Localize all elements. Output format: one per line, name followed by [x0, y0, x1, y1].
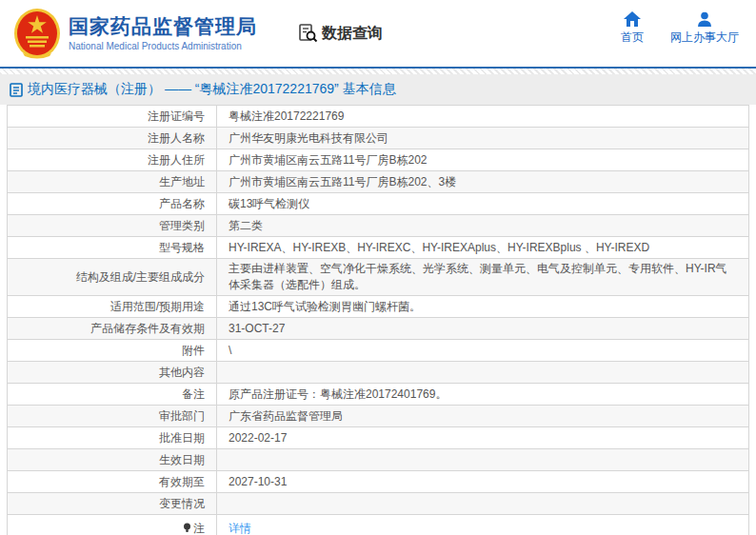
row-value: 原产品注册证号：粤械注准20172401769。 [217, 384, 749, 406]
table-row: 生产地址广州市黄埔区南云五路11号厂房B栋202、3楼 [8, 171, 749, 193]
row-value: 主要由进样装置、空气净化干燥系统、光学系统、测量单元、电气及控制单元、专用软件、… [217, 259, 749, 296]
row-label-text: 审批部门 [159, 409, 205, 423]
title-block: 国家药品监督管理局 National Medical Products Admi… [69, 15, 257, 50]
row-label: 审批部门 [8, 406, 217, 427]
row-label: 适用范围/预期用途 [8, 296, 217, 318]
row-label: 备注 [8, 384, 217, 406]
row-value: 广州华友明康光电科技有限公司 [217, 128, 749, 149]
row-value: 广东省药品监督管理局 [217, 406, 749, 427]
row-value: 详情 [217, 515, 749, 535]
site-subtitle: National Medical Products Administration [69, 41, 257, 51]
row-label-text: 有效期至 [159, 475, 205, 488]
detail-link[interactable]: 详情 [229, 522, 251, 535]
row-label-text: 产品名称 [159, 197, 205, 210]
row-label: 结构及组成/主要组成成分 [8, 259, 217, 296]
row-value: 碳13呼气检测仪 [217, 193, 749, 215]
user-icon [696, 11, 713, 27]
row-label: 型号规格 [8, 237, 217, 259]
row-label-text: 注册人住所 [148, 153, 205, 167]
site-title: 国家药品监督管理局 [69, 15, 257, 38]
national-emblem-icon [13, 8, 61, 59]
row-value: 通过13C呼气试验检测胃幽门螺杆菌。 [217, 296, 749, 318]
row-label: 生产地址 [8, 171, 217, 193]
data-query-icon [297, 23, 318, 44]
row-value: 2027-10-31 [217, 471, 749, 493]
row-value: 广州市黄埔区南云五路11号厂房B栋202、3楼 [217, 171, 749, 193]
row-label: 注册人住所 [8, 149, 217, 171]
row-value: 粤械注准20172221769 [217, 106, 749, 128]
nav-home-label: 首页 [621, 30, 644, 46]
row-label-text: 产品储存条件及有效期 [90, 322, 205, 335]
row-value: 31-OCT-27 [217, 318, 749, 340]
table-row: 注详情 [8, 515, 749, 535]
table-row: 审批部门广东省药品监督管理局 [8, 406, 749, 427]
row-value [217, 362, 749, 384]
row-label-text: 注册人名称 [148, 131, 205, 145]
row-label-text: 生效日期 [159, 453, 205, 466]
row-label: 注册人名称 [8, 128, 217, 149]
breadcrumb: 境内医疗器械（注册） —— “粤械注准20172221769” 基本信息 [0, 74, 756, 105]
row-label: 产品名称 [8, 193, 217, 215]
table-row: 管理类别第二类 [8, 215, 749, 237]
row-value: 第二类 [217, 215, 749, 237]
row-label: 生效日期 [8, 449, 217, 471]
row-label-text: 适用范围/预期用途 [110, 300, 205, 313]
lightbulb-icon [183, 523, 191, 533]
row-label: 管理类别 [8, 215, 217, 237]
row-value: 广州市黄埔区南云五路11号厂房B栋202 [217, 149, 749, 171]
row-label-text: 注册证编号 [148, 109, 205, 123]
row-label: 注 [8, 515, 217, 535]
registration-info-table: 注册证编号粤械注准20172221769注册人名称广州华友明康光电科技有限公司注… [7, 105, 749, 535]
row-label-text: 其他内容 [159, 366, 205, 379]
row-label: 其他内容 [8, 362, 217, 384]
row-label-text: 备注 [182, 387, 205, 401]
row-label: 有效期至 [8, 471, 217, 493]
table-row: 产品储存条件及有效期31-OCT-27 [8, 318, 749, 340]
table-row: 批准日期2022-02-17 [8, 427, 749, 449]
row-label-text: 型号规格 [159, 241, 205, 254]
row-label: 注册证编号 [8, 106, 217, 128]
row-label: 变更情况 [8, 493, 217, 515]
table-row: 注册证编号粤械注准20172221769 [8, 106, 749, 128]
row-label-text: 变更情况 [159, 497, 205, 510]
nav-online-hall-label: 网上办事大厅 [670, 30, 739, 46]
row-value: HY-IREXA、HY-IREXB、HY-IREXC、HY-IREXAplus、… [217, 237, 749, 259]
row-label-text: 批准日期 [159, 431, 205, 445]
home-icon [624, 11, 641, 27]
row-label-text: 结构及组成/主要组成成分 [76, 270, 205, 284]
table-row: 注册人名称广州华友明康光电科技有限公司 [8, 128, 749, 149]
data-query-link[interactable]: 数据查询 [297, 23, 383, 44]
document-icon [10, 83, 23, 97]
row-value [217, 493, 749, 515]
site-header: 国家药品监督管理局 National Medical Products Admi… [0, 0, 756, 67]
row-label: 批准日期 [8, 427, 217, 449]
table-row: 附件\ [8, 340, 749, 362]
table-row: 产品名称碳13呼气检测仪 [8, 193, 749, 215]
table-row: 结构及组成/主要组成成分主要由进样装置、空气净化干燥系统、光学系统、测量单元、电… [8, 259, 749, 296]
nav-online-hall[interactable]: 网上办事大厅 [670, 11, 739, 46]
row-label-text: 管理类别 [159, 219, 205, 232]
row-label: 附件 [8, 340, 217, 362]
row-value: 2022-02-17 [217, 427, 749, 449]
row-label: 产品储存条件及有效期 [8, 318, 217, 340]
table-row: 变更情况 [8, 493, 749, 515]
table-row: 备注原产品注册证号：粤械注准20172401769。 [8, 384, 749, 406]
nav-home[interactable]: 首页 [621, 11, 644, 46]
row-label-text: 生产地址 [159, 175, 205, 188]
logo-area: 国家药品监督管理局 National Medical Products Admi… [13, 8, 257, 59]
row-value [217, 449, 749, 471]
table-row: 型号规格HY-IREXA、HY-IREXB、HY-IREXC、HY-IREXAp… [8, 237, 749, 259]
row-label-text: 注 [193, 522, 205, 535]
header-nav: 首页 网上办事大厅 [621, 11, 739, 46]
row-value: \ [217, 340, 749, 362]
page-title: 境内医疗器械（注册） —— “粤械注准20172221769” 基本信息 [28, 81, 396, 98]
row-label-text: 附件 [182, 344, 205, 357]
data-query-label: 数据查询 [322, 24, 383, 44]
table-row: 注册人住所广州市黄埔区南云五路11号厂房B栋202 [8, 149, 749, 171]
table-row: 其他内容 [8, 362, 749, 384]
table-row: 适用范围/预期用途通过13C呼气试验检测胃幽门螺杆菌。 [8, 296, 749, 318]
table-row: 有效期至2027-10-31 [8, 471, 749, 493]
table-row: 生效日期 [8, 449, 749, 471]
